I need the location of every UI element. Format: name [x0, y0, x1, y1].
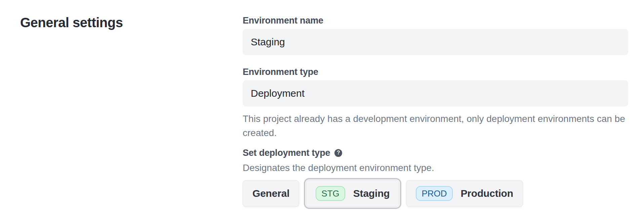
stg-badge: STG: [316, 186, 345, 201]
question-icon[interactable]: ?: [334, 149, 342, 157]
environment-type-group: Environment type This project already ha…: [243, 67, 628, 140]
environment-name-group: Environment name: [243, 16, 628, 55]
settings-page: General settings Environment name Enviro…: [0, 0, 644, 207]
page-title: General settings: [20, 16, 243, 29]
environment-type-label: Environment type: [243, 67, 628, 77]
deployment-type-group: Set deployment type ? Designates the dep…: [243, 148, 628, 207]
production-button-label: Production: [461, 188, 513, 199]
deployment-type-label-row: Set deployment type ?: [243, 148, 628, 158]
prod-badge: PROD: [416, 186, 452, 201]
deployment-type-description: Designates the deployment environment ty…: [243, 161, 628, 175]
environment-name-input[interactable]: [243, 29, 628, 55]
general-settings-form: Environment name Environment type This p…: [243, 16, 628, 207]
deployment-type-general-button[interactable]: General: [243, 180, 299, 207]
question-icon-glyph: ?: [337, 150, 340, 156]
deployment-type-staging-button[interactable]: STG Staging: [306, 180, 399, 207]
environment-type-help-text: This project already has a development e…: [243, 112, 628, 140]
general-button-label: General: [252, 188, 289, 199]
deployment-type-production-button[interactable]: PROD Production: [406, 180, 523, 207]
deployment-type-label: Set deployment type: [243, 148, 330, 158]
environment-type-input[interactable]: [243, 80, 628, 106]
deployment-type-options: General STG Staging PROD Production: [243, 180, 628, 207]
settings-section-header: General settings: [20, 16, 243, 207]
staging-button-label: Staging: [353, 188, 390, 199]
environment-name-label: Environment name: [243, 16, 628, 25]
